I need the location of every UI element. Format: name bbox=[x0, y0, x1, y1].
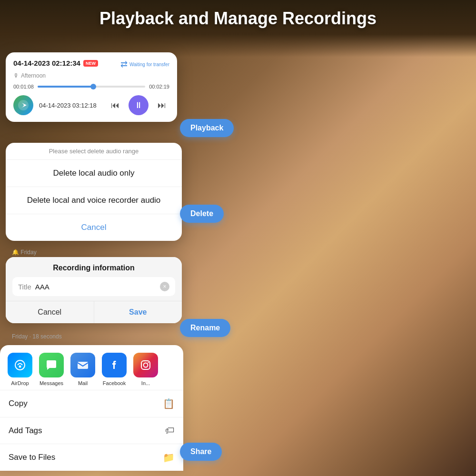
transfer-icon: ⇄ bbox=[120, 59, 128, 69]
share-app-facebook[interactable]: Facebook bbox=[102, 353, 127, 386]
time-start: 00:01:08 bbox=[13, 84, 34, 89]
share-label-bubble: Share bbox=[180, 443, 222, 461]
svg-rect-3 bbox=[78, 362, 88, 369]
progress-thumb bbox=[90, 84, 96, 89]
delete-cancel-button[interactable]: Cancel bbox=[6, 214, 182, 241]
recording-date: 04-14-2023 02:12:34 NEW bbox=[13, 59, 98, 67]
svg-point-6 bbox=[148, 362, 149, 363]
share-apps-row: AirDrop Messages Mail bbox=[0, 345, 183, 390]
share-addtags-item[interactable]: Add Tags 🏷 bbox=[0, 417, 183, 444]
messages-label: Messages bbox=[40, 380, 63, 386]
delete-all-audio-option[interactable]: Delete local and voice recorder audio bbox=[6, 187, 182, 214]
new-badge: NEW bbox=[83, 60, 98, 67]
copy-icon: 📋 bbox=[163, 398, 175, 409]
progress-bar-container: 00:01:08 00:02:19 bbox=[13, 84, 169, 89]
progress-bar[interactable] bbox=[38, 86, 145, 88]
airdrop-icon bbox=[8, 353, 32, 377]
mic-icon: 🎙 bbox=[13, 72, 19, 79]
rename-input-row: Title AAA × bbox=[12, 277, 175, 296]
savetofiles-icon: 📁 bbox=[163, 452, 175, 463]
rename-input-value[interactable]: AAA bbox=[35, 283, 156, 291]
svg-point-2 bbox=[19, 366, 21, 368]
delete-hint: Please select delete audio range bbox=[6, 143, 182, 160]
rename-card: Recording information Title AAA × Cancel… bbox=[6, 257, 182, 323]
share-app-mail[interactable]: Mail bbox=[70, 353, 95, 386]
rename-save-button[interactable]: Save bbox=[94, 301, 182, 323]
pause-button[interactable]: ⏸ bbox=[129, 95, 149, 115]
friday-label2: Friday · 18 seconds bbox=[12, 333, 62, 340]
prev-button[interactable]: ⏮ bbox=[108, 98, 123, 113]
share-copy-item[interactable]: Copy 📋 bbox=[0, 390, 183, 417]
playback-header: 04-14-2023 02:12:34 NEW ⇄ Waiting for tr… bbox=[13, 59, 169, 69]
share-card: AirDrop Messages Mail bbox=[0, 345, 183, 471]
progress-fill bbox=[38, 86, 91, 88]
rename-title: Recording information bbox=[6, 257, 182, 277]
svg-point-0 bbox=[18, 100, 29, 110]
share-savetofiles-item[interactable]: Save to Files 📁 bbox=[0, 444, 183, 471]
share-app-messages[interactable]: Messages bbox=[39, 353, 64, 386]
instagram-label: In... bbox=[141, 380, 150, 386]
mail-icon bbox=[70, 353, 95, 377]
rename-clear-button[interactable]: × bbox=[160, 282, 169, 291]
transfer-status: ⇄ Waiting for transfer bbox=[120, 59, 169, 69]
svg-point-1 bbox=[15, 360, 25, 370]
share-app-instagram[interactable]: In... bbox=[133, 353, 158, 386]
delete-label-bubble: Delete bbox=[180, 205, 224, 223]
rename-label-bubble: Rename bbox=[180, 319, 230, 337]
friday-label: 🔔 Friday bbox=[12, 249, 37, 256]
airdrop-label: AirDrop bbox=[11, 380, 29, 386]
mail-label: Mail bbox=[78, 380, 88, 386]
playback-controls: 04-14-2023 03:12:18 ⏮ ⏸ ⏭ bbox=[13, 95, 169, 115]
next-button[interactable]: ⏭ bbox=[154, 98, 169, 113]
rename-actions: Cancel Save bbox=[6, 301, 182, 323]
messages-icon bbox=[39, 353, 64, 377]
addtags-label: Add Tags bbox=[9, 426, 42, 436]
delete-card: Please select delete audio range Delete … bbox=[6, 143, 182, 241]
svg-point-5 bbox=[144, 363, 148, 367]
app-logo bbox=[13, 95, 33, 115]
savetofiles-label: Save to Files bbox=[9, 453, 55, 462]
copy-label: Copy bbox=[9, 399, 28, 408]
rename-input-label: Title bbox=[18, 283, 31, 291]
recording-date2: 04-14-2023 03:12:18 bbox=[39, 102, 102, 109]
instagram-icon bbox=[133, 353, 158, 377]
playback-card: 04-14-2023 02:12:34 NEW ⇄ Waiting for tr… bbox=[6, 52, 177, 122]
time-end: 00:02:19 bbox=[149, 84, 169, 89]
page-title: Playback and Manage Recordings bbox=[0, 9, 476, 29]
recording-label: 🎙 Afternoon bbox=[13, 72, 169, 79]
rename-cancel-button[interactable]: Cancel bbox=[6, 301, 94, 323]
share-app-airdrop[interactable]: AirDrop bbox=[8, 353, 32, 386]
facebook-label: Facebook bbox=[103, 380, 126, 386]
delete-local-audio-option[interactable]: Delete local audio only bbox=[6, 160, 182, 187]
facebook-icon bbox=[102, 353, 127, 377]
playback-label-bubble: Playback bbox=[180, 119, 234, 137]
addtags-icon: 🏷 bbox=[165, 425, 175, 436]
